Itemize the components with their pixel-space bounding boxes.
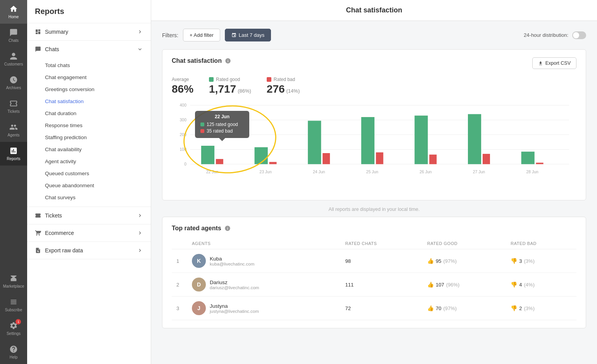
thumb-down-icon: 👎 <box>511 281 517 288</box>
nav-settings[interactable]: 1 Settings <box>3 317 24 340</box>
agent-cell: K Kuba kuba@livechatinc.com <box>192 254 336 268</box>
avatar: D <box>192 278 206 292</box>
svg-text:300: 300 <box>180 118 187 122</box>
bad-value: 276(14%) <box>267 83 300 95</box>
svg-rect-22 <box>414 116 428 164</box>
main: Chat satisfaction Filters: + Add filter … <box>151 0 597 364</box>
svg-rect-25 <box>468 114 481 164</box>
svg-rect-29 <box>536 163 544 164</box>
table-row: 2 D Dariusz dariusz@livechatinc.com 111 <box>172 273 576 297</box>
download-icon <box>538 61 543 66</box>
ecommerce-icon <box>35 230 41 236</box>
sidebar-title: Reports <box>27 0 151 23</box>
svg-rect-17 <box>323 153 330 164</box>
tickets-chevron-icon <box>137 212 143 219</box>
nav-home[interactable]: Home <box>0 0 27 24</box>
sidebar-section-summary: Summary <box>27 23 151 41</box>
svg-rect-28 <box>521 152 535 164</box>
agent-cell: J Justyna justyna@livechatinc.com <box>192 301 336 315</box>
svg-text:0: 0 <box>184 162 186 166</box>
nav-reports[interactable]: Reports <box>0 142 27 166</box>
sidebar-export-header[interactable]: Export raw data <box>27 242 151 259</box>
sidebar-tickets-header[interactable]: Tickets <box>27 207 151 224</box>
sidebar-item-staffing-prediction[interactable]: Staffing prediction <box>45 131 151 143</box>
good-label: Rated good <box>209 77 251 82</box>
col-rated-good: RATED GOOD <box>423 238 506 249</box>
nav-help[interactable]: Help <box>3 340 24 364</box>
tickets-icon <box>35 212 41 219</box>
sidebar-ecommerce-header[interactable]: Ecommerce <box>27 224 151 242</box>
top-agents-info-icon <box>224 225 231 231</box>
svg-text:26 Jun: 26 Jun <box>419 170 432 174</box>
agents-table: AGENTS RATED CHATS RATED GOOD RATED BAD … <box>172 238 576 320</box>
sidebar-item-queued-customers[interactable]: Queued customers <box>45 167 151 179</box>
chart-card: Chat satisfaction Export CSV Average 86% <box>162 49 586 200</box>
filter-label: Filters: <box>162 32 178 38</box>
sidebar-item-chat-availability[interactable]: Chat availability <box>45 143 151 155</box>
export-icon <box>35 247 41 254</box>
export-csv-button[interactable]: Export CSV <box>532 57 576 69</box>
nav-tickets[interactable]: Tickets <box>0 95 27 118</box>
svg-rect-11 <box>216 159 223 164</box>
add-filter-button[interactable]: + Add filter <box>183 29 220 41</box>
nav-marketplace[interactable]: Marketplace <box>3 269 24 293</box>
nav-customers[interactable]: Customers <box>0 47 27 71</box>
thumb-up-icon: 👍 <box>427 281 434 288</box>
table-row: 1 K Kuba kuba@livechatinc.com 98 <box>172 249 576 273</box>
sidebar-summary-header[interactable]: Summary <box>27 23 151 40</box>
svg-text:23 Jun: 23 Jun <box>259 170 272 174</box>
svg-text:22 Jun: 22 Jun <box>206 170 219 174</box>
svg-text:24 Jun: 24 Jun <box>313 170 325 174</box>
distribution-label: 24-hour distribution: <box>524 32 568 38</box>
svg-rect-20 <box>376 152 383 164</box>
local-time-notice: All reports are displayed in your local … <box>162 207 586 212</box>
sidebar-item-chat-engagement[interactable]: Chat engagement <box>45 71 151 83</box>
nav-agents[interactable]: Agents <box>0 118 27 142</box>
nav-subscribe[interactable]: Subscribe <box>3 293 24 317</box>
sidebar-item-chat-surveys[interactable]: Chat surveys <box>45 191 151 204</box>
nav-archives[interactable]: Archives <box>0 71 27 95</box>
filter-bar: Filters: + Add filter Last 7 days 24-hou… <box>162 29 586 41</box>
chart-svg: 400 300 200 100 0 22 Jun 23 Jun <box>172 99 576 192</box>
sidebar-chats-header[interactable]: Chats <box>27 41 151 58</box>
sidebar-item-chat-duration[interactable]: Chat duration <box>45 107 151 119</box>
sidebar-item-total-chats[interactable]: Total chats <box>45 59 151 71</box>
nav-chats[interactable]: Chats <box>0 24 27 47</box>
chats-sub-items: Total chats Chat engagement Greetings co… <box>27 58 151 207</box>
sidebar-item-queue-abandonment[interactable]: Queue abandonment <box>45 179 151 191</box>
chart-card-title: Chat satisfaction <box>172 57 231 64</box>
ecommerce-chevron-icon <box>137 230 143 236</box>
sidebar-item-chat-satisfaction[interactable]: Chat satisfaction <box>45 95 151 107</box>
icon-nav: Home Chats Customers Archives Tickets Ag… <box>0 0 27 364</box>
export-chevron-icon <box>137 247 143 254</box>
settings-badge: 1 <box>16 319 21 324</box>
top-agents-card: Top rated agents AGENTS RATED CHATS RATE… <box>162 217 586 328</box>
bad-label: Rated bad <box>267 77 300 82</box>
avatar: K <box>192 254 206 268</box>
chats-chevron-icon <box>137 46 143 52</box>
top-agents-title: Top rated agents <box>172 225 576 232</box>
date-range-button[interactable]: Last 7 days <box>225 29 271 41</box>
sidebar-item-greetings-conversion[interactable]: Greetings conversion <box>45 83 151 95</box>
svg-rect-13 <box>255 147 268 164</box>
chats-icon <box>35 46 41 52</box>
distribution-toggle[interactable] <box>572 31 586 39</box>
svg-rect-19 <box>361 117 374 164</box>
thumb-down-icon: 👎 <box>511 258 517 264</box>
info-icon <box>225 58 231 64</box>
main-content: Filters: + Add filter Last 7 days 24-hou… <box>151 21 597 364</box>
sidebar-item-agent-activity[interactable]: Agent activity <box>45 155 151 167</box>
sidebar-section-tickets: Tickets <box>27 207 151 224</box>
svg-text:400: 400 <box>180 103 187 107</box>
main-header: Chat satisfaction <box>151 0 597 21</box>
good-legend-dot <box>209 77 214 82</box>
col-agents: AGENTS <box>187 238 341 249</box>
thumb-up-icon: 👍 <box>427 258 434 264</box>
distribution-control: 24-hour distribution: <box>524 31 586 39</box>
col-rated-bad: RATED BAD <box>506 238 576 249</box>
summary-chevron-icon <box>137 29 143 35</box>
sidebar-section-chats: Chats Total chats Chat engagement Greeti… <box>27 41 151 207</box>
average-label: Average <box>172 77 193 82</box>
sidebar-item-response-times[interactable]: Response times <box>45 119 151 131</box>
table-row: 3 J Justyna justyna@livechatinc.com 72 <box>172 297 576 320</box>
